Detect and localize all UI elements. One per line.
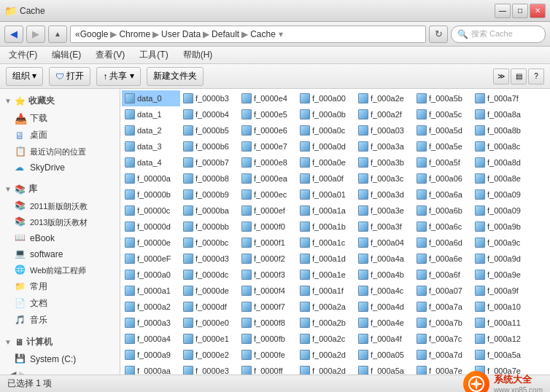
file-item-f0000bb[interactable]: f_0000bb <box>180 219 239 235</box>
file-item-f0000f3[interactable]: f_0000f3 <box>239 267 297 283</box>
menu-file[interactable]: 文件(F) <box>6 47 40 63</box>
sidebar-item-desktop[interactable]: 🖥 桌面 <box>0 127 120 144</box>
more-options-button[interactable]: ≫ <box>493 68 509 85</box>
file-item-f0000b6[interactable]: f_0000b6 <box>180 138 239 154</box>
file-item-f000a0d[interactable]: f_000a0d <box>297 138 355 154</box>
file-item-f000a6a[interactable]: f_000a6a <box>414 187 472 203</box>
up-button[interactable]: ▲ <box>48 26 67 43</box>
file-item-f0000fb[interactable]: f_0000fb <box>239 331 297 347</box>
sidebar-item-skydrive[interactable]: ☁ SkyDrive <box>0 160 120 176</box>
help-button[interactable]: ? <box>528 68 544 85</box>
file-item-f0000f4[interactable]: f_0000f4 <box>239 283 297 299</box>
file-item-f000a8a[interactable]: f_000a8a <box>472 106 530 122</box>
sidebar-item-common[interactable]: 📁 常用 <box>0 278 120 295</box>
file-item-f0000e2[interactable]: f_0000e2 <box>180 347 239 363</box>
file-item-f000a0e[interactable]: f_000a0e <box>297 154 355 170</box>
minimize-button[interactable]: — <box>495 4 511 18</box>
file-item-f000a09b[interactable]: f_000a09 <box>472 203 530 219</box>
file-item-f000a6e[interactable]: f_000a6e <box>414 251 472 267</box>
file-item-f000a05[interactable]: f_000a05 <box>355 347 414 363</box>
file-item-f0000ef2[interactable]: f_0000ef <box>239 203 297 219</box>
organize-button[interactable]: 组织 ▾ <box>6 67 43 86</box>
file-item-f0000df[interactable]: f_0000df <box>180 299 239 315</box>
file-item-f0000a1[interactable]: f_0000a1 <box>122 283 180 299</box>
file-item-f000a8e[interactable]: f_000a8e <box>472 170 530 187</box>
file-item-f0000e0[interactable]: f_0000e0 <box>180 315 239 331</box>
file-item-f000a1b[interactable]: f_000a1b <box>297 219 355 235</box>
file-item-f0000ea[interactable]: f_0000ea <box>239 170 297 187</box>
file-item-f000a1a[interactable]: f_000a1a <box>297 203 355 219</box>
share-button[interactable]: ↑ 共享 ▾ <box>96 67 140 86</box>
file-item-f000a6f[interactable]: f_000a6f <box>414 267 472 283</box>
sidebar-item-software[interactable]: 💻 software <box>0 246 120 262</box>
new-folder-button[interactable]: 新建文件夹 <box>147 67 204 86</box>
file-item-f000a06[interactable]: f_000a06 <box>414 170 472 187</box>
maximize-button[interactable]: □ <box>512 4 528 18</box>
file-item-f000a1c[interactable]: f_000a1c <box>297 235 355 251</box>
menu-view[interactable]: 查看(V) <box>93 47 128 63</box>
file-item-f000a04[interactable]: f_000a04 <box>355 235 414 251</box>
file-item-f000a3a[interactable]: f_000a3a <box>355 138 414 154</box>
file-item-f0000f7[interactable]: f_0000f7 <box>239 299 297 315</box>
file-item-f000a2d[interactable]: f_000a2d <box>297 347 355 363</box>
menu-help[interactable]: 帮助(H) <box>180 47 216 63</box>
file-item-f000a01[interactable]: f_000a01 <box>297 187 355 203</box>
file-item-f000a4b[interactable]: f_000a4b <box>355 267 414 283</box>
file-item-f00000e[interactable]: f_00000e <box>122 235 180 251</box>
file-item-f0000b4[interactable]: f_0000b4 <box>180 106 239 122</box>
file-item-f000a3f[interactable]: f_000a3f <box>355 219 414 235</box>
sidebar-item-ebook[interactable]: 📖 eBook <box>0 230 120 246</box>
file-item-f000a5b[interactable]: f_000a5b <box>414 90 472 106</box>
file-item-data1[interactable]: data_1 <box>122 106 180 122</box>
sidebar-item-webdev[interactable]: 🌐 Web前端工程师 <box>0 262 120 278</box>
file-item-f00000c[interactable]: f_00000c <box>122 203 180 219</box>
file-item-f0000a0[interactable]: f_0000a0 <box>122 267 180 283</box>
refresh-button[interactable]: ↻ <box>429 26 448 43</box>
file-item-f000a0f[interactable]: f_000a0f <box>297 170 355 187</box>
file-item-f000a1d[interactable]: f_000a1d <box>297 251 355 267</box>
file-item-f000a2c[interactable]: f_000a2c <box>297 331 355 347</box>
sidebar-item-docs[interactable]: 📄 文档 <box>0 295 120 312</box>
address-path[interactable]: « Google ▶ Chrome ▶ User Data ▶ Default … <box>70 26 426 43</box>
file-item-f000a8c[interactable]: f_000a8c <box>472 138 530 154</box>
file-item-f0000a3[interactable]: f_0000a3 <box>122 315 180 331</box>
file-item-f0000a4[interactable]: f_0000a4 <box>122 331 180 347</box>
file-item-f00000d[interactable]: f_00000d <box>122 219 180 235</box>
file-item-f0000b9[interactable]: f_0000b9 <box>180 187 239 203</box>
file-item-f0000ff[interactable]: f_0000ff <box>239 363 297 375</box>
file-item-f000a4e[interactable]: f_000a4e <box>355 315 414 331</box>
file-item-f000a2a[interactable]: f_000a2a <box>297 299 355 315</box>
file-item-f000a5d[interactable]: f_000a5d <box>414 122 472 138</box>
prev-btn[interactable]: ◀ <box>10 369 16 375</box>
file-item-f0000b5[interactable]: f_0000b5 <box>180 122 239 138</box>
file-item-f0000a9[interactable]: f_0000a9 <box>122 347 180 363</box>
file-item-f000a10[interactable]: f_000a10 <box>472 299 530 315</box>
sidebar-item-lib2[interactable]: 📚 2013版朗沃教材 <box>0 214 120 230</box>
file-item-f000a7b[interactable]: f_000a7b <box>414 315 472 331</box>
sidebar-item-recent[interactable]: 📋 最近访问的位置 <box>0 144 120 160</box>
sidebar-item-system-c[interactable]: 💾 System (C:) <box>0 351 120 367</box>
file-item-f000a9f[interactable]: f_000a9f <box>472 283 530 299</box>
file-item-data0[interactable]: data_0 <box>122 90 180 106</box>
file-item-f000a2b[interactable]: f_000a2b <box>297 315 355 331</box>
file-item-f0000fe[interactable]: f_0000fe <box>239 347 297 363</box>
file-item-f0000e6[interactable]: f_0000e6 <box>239 122 297 138</box>
back-button[interactable]: ◀ <box>4 26 23 43</box>
file-item-f000a2e[interactable]: f_000a2e <box>355 90 414 106</box>
file-item-f0000a2[interactable]: f_0000a2 <box>122 299 180 315</box>
file-item-f000a3b[interactable]: f_000a3b <box>355 154 414 170</box>
menu-edit[interactable]: 编辑(E) <box>49 47 84 63</box>
file-item-f0000e1[interactable]: f_0000e1 <box>180 331 239 347</box>
file-item-f000a4a[interactable]: f_000a4a <box>355 251 414 267</box>
file-item-f0000e4[interactable]: f_0000e4 <box>239 90 297 106</box>
file-item-f0000ec[interactable]: f_0000ec <box>239 187 297 203</box>
file-item-f000a0c[interactable]: f_000a0c <box>297 122 355 138</box>
file-item-f00000b[interactable]: f_00000b <box>122 187 180 203</box>
file-item-f00000a[interactable]: f_00000a <box>122 170 180 187</box>
file-item-f000a2f[interactable]: f_000a2f <box>355 106 414 122</box>
file-item-f000a4f[interactable]: f_000a4f <box>355 331 414 347</box>
file-item-f0000de[interactable]: f_0000de <box>180 283 239 299</box>
file-item-f0000f0[interactable]: f_0000f0 <box>239 219 297 235</box>
computer-section[interactable]: ▼ 🖥 计算机 <box>0 333 120 351</box>
file-item-f000a5a[interactable]: f_000a5a <box>355 363 414 375</box>
